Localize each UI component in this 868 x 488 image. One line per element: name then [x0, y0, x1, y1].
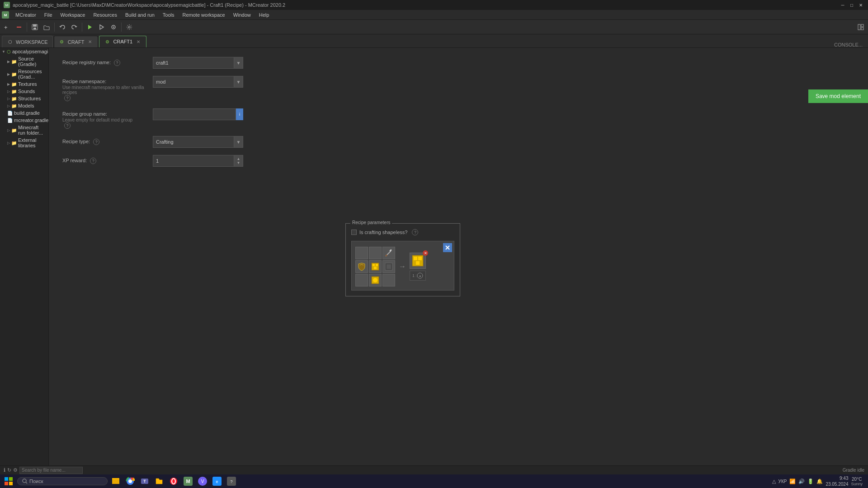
sidebar-item-structures[interactable]: ▷ 📁 Structures	[0, 95, 48, 102]
close-button[interactable]: ✕	[857, 1, 864, 9]
svg-text:V: V	[201, 479, 204, 484]
file-search-input[interactable]	[19, 467, 83, 474]
namespace-help[interactable]: ?	[64, 95, 71, 101]
grid-cell-2-0[interactable]	[355, 274, 368, 286]
menu-window[interactable]: Window	[230, 11, 255, 19]
start-button[interactable]	[2, 476, 15, 487]
clear-grid-button[interactable]	[443, 243, 452, 252]
toolbar-redo[interactable]	[69, 22, 80, 33]
menu-remote[interactable]: Remote workspace	[179, 11, 229, 19]
toolbar-undo[interactable]	[57, 22, 68, 33]
sidebar-item-sounds[interactable]: ▷ 📁 Sounds	[0, 88, 48, 95]
taskbar-explorer[interactable]	[109, 475, 122, 488]
sidebar-item-extlibs[interactable]: ▷ 📁 External libraries	[0, 136, 48, 149]
type-input[interactable]	[153, 136, 234, 148]
xp-spinner[interactable]: ▲▼	[234, 155, 243, 167]
registry-name-input[interactable]	[153, 57, 234, 69]
taskbar-teams[interactable]: T	[138, 475, 151, 488]
save-mod-element-button[interactable]: Save mod element	[808, 89, 868, 103]
result-cell[interactable]: ✕	[410, 253, 426, 269]
language-indicator[interactable]: УКР	[778, 479, 787, 484]
tab-craft1[interactable]: ⚙ CRAFT1 ✕	[99, 36, 146, 47]
svg-rect-22	[374, 267, 377, 269]
toolbar-add[interactable]: +	[2, 22, 13, 33]
xp-input[interactable]	[153, 155, 234, 167]
maximize-button[interactable]: □	[848, 1, 855, 9]
result-remove-btn[interactable]: ✕	[423, 250, 428, 256]
sidebar-item-mcreatorgradle[interactable]: 📄 mcreator.gradle	[0, 117, 48, 124]
toolbar-remove[interactable]	[14, 22, 24, 33]
sidebar-item-runfolder[interactable]: ▷ 📁 Minecraft run folder...	[0, 124, 48, 136]
weather-desc: Sunny	[851, 482, 863, 486]
sidebar-project-root[interactable]: ▼ ⬡ apocalypsemagicba	[0, 48, 48, 55]
menu-tools[interactable]: Tools	[159, 11, 178, 19]
grid-cell-1-2[interactable]	[382, 260, 395, 273]
result-area: ✕ 1 : ●	[410, 253, 426, 281]
taskbar-files[interactable]	[153, 475, 165, 488]
toolbar-save[interactable]	[29, 22, 40, 33]
status-icon-refresh[interactable]: ↻	[7, 467, 11, 473]
toolbar-debug[interactable]	[108, 22, 119, 33]
tab-workspace[interactable]: ⬡ WORKSPACE	[2, 36, 53, 47]
namespace-dropdown[interactable]: ▼	[234, 76, 243, 88]
shapeless-help[interactable]: ?	[412, 229, 418, 235]
grid-cell-2-1[interactable]	[369, 274, 382, 286]
group-name-input[interactable]	[153, 108, 236, 120]
shapeless-checkbox[interactable]	[351, 230, 357, 235]
menu-file[interactable]: File	[41, 11, 56, 19]
grid-cell-1-1[interactable]	[369, 260, 382, 273]
taskbar-viber[interactable]: V	[196, 475, 209, 488]
tab-craft-close[interactable]: ✕	[87, 39, 93, 45]
status-icon-settings[interactable]: ⚙	[13, 467, 18, 473]
xp-help[interactable]: ?	[90, 158, 96, 164]
taskbar-opera[interactable]	[167, 475, 180, 488]
svg-rect-35	[5, 482, 8, 485]
tab-craft1-close[interactable]: ✕	[135, 38, 142, 45]
tab-craft[interactable]: ⚙ CRAFT ✕	[54, 36, 99, 47]
group-name-clear[interactable]: i	[236, 108, 243, 120]
menu-buildrun[interactable]: Build and run	[122, 11, 158, 19]
minimize-button[interactable]: ─	[839, 1, 846, 9]
menu-help[interactable]: Help	[255, 11, 273, 19]
taskbar-clock[interactable]: 9:43 23.05.2024	[826, 475, 848, 487]
notification-icon[interactable]: 🔔	[816, 479, 823, 484]
group-name-help[interactable]: ?	[64, 122, 71, 129]
registry-name-help[interactable]: ?	[114, 60, 120, 66]
grid-cell-1-0[interactable]	[355, 260, 368, 273]
type-dropdown[interactable]: ▼	[234, 136, 243, 148]
sidebar-item-buildgradle[interactable]: 📄 build.gradle	[0, 109, 48, 117]
sidebar-item-textures[interactable]: ▶ 📁 Textures	[0, 80, 48, 88]
folder-icon-resources: 📁	[11, 72, 17, 77]
taskbar-unknown[interactable]: ?	[225, 475, 238, 488]
toolbar-build[interactable]	[85, 22, 95, 33]
grid-cell-0-2[interactable]	[382, 247, 395, 259]
title-text: apocalypse_magic_battle [C:\Users\MaxD\M…	[13, 2, 285, 8]
menu-resources[interactable]: Resources	[90, 11, 121, 19]
sidebar-item-models[interactable]: ▷ 📁 Models	[0, 102, 48, 109]
sidebar-item-resources[interactable]: ▶ 📁 Resources (Grad...	[0, 68, 48, 80]
toolbar-settings[interactable]	[124, 22, 135, 33]
taskbar-chrome[interactable]	[124, 475, 137, 488]
grid-cell-0-1[interactable]	[369, 247, 382, 259]
toolbar-run[interactable]	[96, 22, 107, 33]
toolbar-layout[interactable]	[855, 22, 866, 33]
taskbar-mcreator[interactable]: M	[182, 475, 194, 488]
sidebar-item-source[interactable]: ▶ 📁 Source (Gradle)	[0, 55, 48, 68]
toolbar: +	[0, 20, 868, 34]
arrow-source: ▶	[7, 60, 10, 64]
taskbar-search[interactable]: Поиск	[17, 477, 108, 485]
registry-name-dropdown[interactable]: ▼	[234, 57, 243, 69]
taskbar-browserext[interactable]: e	[211, 475, 223, 488]
toolbar-open[interactable]	[41, 22, 52, 33]
window-controls[interactable]: ─ □ ✕	[839, 1, 864, 9]
arrow-runfolder: ▷	[7, 128, 10, 132]
menu-mcreator[interactable]: MCreator	[12, 11, 40, 19]
tab-craft1-label: CRAFT1	[113, 39, 132, 44]
menu-workspace[interactable]: Workspace	[57, 11, 89, 19]
namespace-input[interactable]	[153, 76, 234, 88]
svg-rect-36	[9, 482, 13, 485]
type-help[interactable]: ?	[93, 139, 99, 145]
grid-cell-0-0[interactable]	[355, 247, 368, 259]
grid-cell-2-2[interactable]	[382, 274, 395, 286]
arrow-structures: ▷	[7, 97, 10, 101]
